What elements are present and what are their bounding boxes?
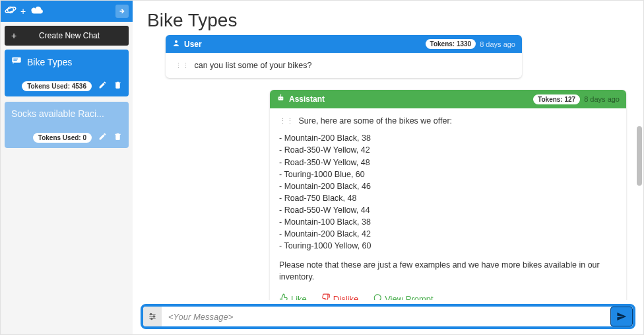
svg-point-7 <box>279 98 280 98</box>
dislike-label: Dislike <box>333 294 358 300</box>
brand-row: + <box>1 1 133 22</box>
list-item: Mountain-200 Black, 42 <box>279 228 617 240</box>
message-input[interactable] <box>162 312 610 322</box>
like-label: Like <box>291 294 307 300</box>
message-body: ⋮⋮ Sure, here are some of the bikes we o… <box>270 108 626 289</box>
robot-icon <box>276 94 285 104</box>
tokens-badge: Tokens Used: 0 <box>33 133 92 143</box>
collapse-sidebar-button[interactable] <box>115 5 129 18</box>
create-new-chat-label: Create New Chat <box>23 31 129 40</box>
list-item: Road-350-W Yellow, 48 <box>279 157 617 168</box>
svg-rect-6 <box>278 96 284 100</box>
view-prompt-label: View Prompt <box>385 294 433 300</box>
tokens-badge: Tokens: 1330 <box>426 39 476 49</box>
brand-logo: + <box>5 4 44 19</box>
create-new-chat-button[interactable]: + Create New Chat <box>5 26 129 46</box>
message-header: User Tokens: 1330 8 days ago <box>166 35 522 53</box>
chat-title: Bike Types <box>27 57 72 67</box>
scrollbar-thumb[interactable] <box>637 126 642 186</box>
list-item: Touring-1000 Blue, 60 <box>279 168 617 180</box>
delete-chat-button[interactable] <box>113 81 122 91</box>
view-prompt-button[interactable]: View Prompt <box>373 293 433 300</box>
svg-point-5 <box>175 40 177 43</box>
chat-title: Socks available Raci... <box>11 108 104 119</box>
drag-handle-icon[interactable]: ⋮⋮ <box>175 61 189 69</box>
plus-icon: + <box>5 30 23 41</box>
message-time: 8 days ago <box>584 95 620 103</box>
list-item: Touring-1000 Yellow, 60 <box>279 240 617 252</box>
svg-point-10 <box>280 94 282 96</box>
svg-rect-2 <box>12 57 20 63</box>
svg-rect-3 <box>13 59 18 59</box>
sidebar: + + Create New Chat Bike Types Tokens Us… <box>1 1 133 334</box>
chat-card-socks[interactable]: Socks available Raci... Tokens Used: 0 <box>5 102 129 148</box>
tokens-badge: Tokens Used: 4536 <box>22 81 92 91</box>
message-actions: Like Dislike View Prompt <box>270 289 626 300</box>
send-button[interactable] <box>610 307 633 326</box>
edit-chat-button[interactable] <box>98 132 107 143</box>
chat-title-row: Socks available Raci... <box>11 108 122 119</box>
user-icon <box>172 39 180 49</box>
role-label: Assistant <box>289 94 325 104</box>
like-button[interactable]: Like <box>279 293 307 300</box>
composer-wrap <box>133 300 643 334</box>
edit-chat-button[interactable] <box>98 81 107 91</box>
scrollbar[interactable] <box>637 40 642 295</box>
thumbs-up-icon <box>279 293 288 300</box>
message-assistant: Assistant Tokens: 127 8 days ago ⋮⋮ Sure… <box>270 90 626 300</box>
assistant-note: Please note that these are just a few ex… <box>279 259 617 283</box>
list-item: Road-750 Black, 48 <box>279 192 617 204</box>
bike-list: Mountain-200 Black, 38 Road-350-W Yellow… <box>279 132 617 252</box>
list-item: Road-550-W Yellow, 44 <box>279 204 617 216</box>
plus-text: + <box>20 6 26 17</box>
user-text: can you list some of your bikes? <box>194 61 311 70</box>
list-item: Mountain-100 Black, 38 <box>279 216 617 228</box>
svg-point-14 <box>150 313 152 315</box>
dislike-button[interactable]: Dislike <box>321 293 358 300</box>
list-item: Mountain-200 Black, 38 <box>279 132 617 144</box>
composer <box>141 304 635 329</box>
chat-title-row: Bike Types <box>11 56 122 67</box>
svg-point-8 <box>281 98 282 98</box>
chat-footer: Tokens Used: 4536 <box>11 81 122 91</box>
list-item: Road-350-W Yellow, 42 <box>279 144 617 156</box>
svg-point-1 <box>5 6 16 13</box>
assistant-intro: Sure, here are some of the bikes we offe… <box>298 116 452 126</box>
drag-handle-icon[interactable]: ⋮⋮ <box>279 117 294 125</box>
main-panel: Bike Types User Tokens: 1330 8 days ago … <box>133 1 643 334</box>
page-title: Bike Types <box>133 1 643 35</box>
role-label: User <box>184 40 202 49</box>
speech-bubble-icon <box>11 56 22 67</box>
chat-list: Bike Types Tokens Used: 4536 Socks avail… <box>1 50 133 148</box>
speech-icon <box>373 293 382 300</box>
delete-chat-button[interactable] <box>113 132 122 143</box>
chat-footer: Tokens Used: 0 <box>11 132 122 143</box>
planet-icon <box>5 4 16 19</box>
tokens-badge: Tokens: 127 <box>533 94 580 104</box>
svg-point-16 <box>151 318 152 319</box>
composer-settings-button[interactable] <box>143 307 162 326</box>
thumbs-down-icon <box>321 293 331 300</box>
message-header: Assistant Tokens: 127 8 days ago <box>270 90 626 108</box>
message-time: 8 days ago <box>480 40 515 48</box>
message-user: User Tokens: 1330 8 days ago ⋮⋮ can you … <box>166 35 522 78</box>
svg-point-15 <box>153 316 154 317</box>
list-item: Mountain-200 Black, 46 <box>279 180 617 192</box>
svg-rect-4 <box>13 60 16 61</box>
cloud-icon <box>30 5 44 18</box>
message-body: ⋮⋮ can you list some of your bikes? <box>166 53 522 78</box>
chat-card-bike-types[interactable]: Bike Types Tokens Used: 4536 <box>5 50 129 96</box>
messages-scroll[interactable]: User Tokens: 1330 8 days ago ⋮⋮ can you … <box>133 35 643 300</box>
